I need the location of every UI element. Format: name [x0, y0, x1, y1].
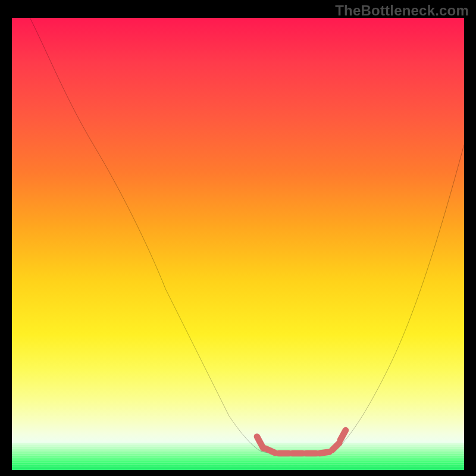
plot-gradient-background — [12, 18, 464, 470]
watermark-text: TheBottleneck.com — [335, 2, 469, 19]
plot-green-bottom-band — [12, 443, 464, 470]
chart-frame: TheBottleneck.com — [0, 0, 476, 476]
